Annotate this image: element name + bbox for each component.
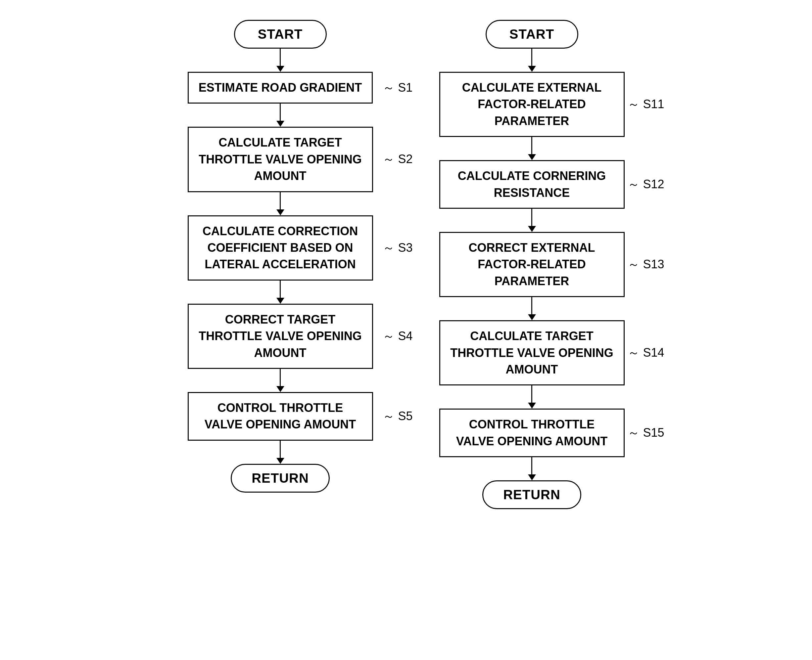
left-s2-node: CALCULATE TARGET THROTTLE VALVE OPENING … <box>188 127 373 192</box>
left-flowchart: START ESTIMATE ROAD GRADIENT ～ S1 CALCUL… <box>188 20 373 493</box>
left-return-node: RETURN <box>231 464 330 493</box>
arrow-head <box>528 474 536 480</box>
right-s12-node: CALCULATE CORNERING RESISTANCE <box>439 160 624 209</box>
left-s5-wrapper: CONTROL THROTTLE VALVE OPENING AMOUNT ～ … <box>188 392 373 441</box>
arrow-right-5 <box>528 457 536 480</box>
right-s14-wrapper: CALCULATE TARGET THROTTLE VALVE OPENING … <box>439 320 624 386</box>
arrow-head <box>276 298 284 304</box>
left-start-wrapper: START <box>234 20 327 49</box>
left-s4-label: ～ S4 <box>383 328 412 344</box>
arrow-line <box>531 137 532 154</box>
arrow-right-1 <box>528 137 536 160</box>
left-s1-label: ～ S1 <box>383 80 412 96</box>
arrow-line <box>531 386 532 403</box>
arrow-line <box>531 297 532 314</box>
arrow-line <box>280 192 281 209</box>
arrow-right-2 <box>528 209 536 232</box>
left-s4-node: CORRECT TARGET THROTTLE VALVE OPENING AM… <box>188 304 373 369</box>
right-s11-node: CALCULATE EXTERNAL FACTOR-RELATED PARAME… <box>439 72 624 137</box>
right-s14-label: ～ S14 <box>628 345 664 361</box>
left-start-node: START <box>234 20 327 49</box>
arrow-line <box>280 49 281 66</box>
right-flowchart: START CALCULATE EXTERNAL FACTOR-RELATED … <box>439 20 624 509</box>
arrow-head <box>528 66 536 72</box>
right-s13-node: CORRECT EXTERNAL FACTOR-RELATED PARAMETE… <box>439 232 624 297</box>
right-s11-wrapper: CALCULATE EXTERNAL FACTOR-RELATED PARAME… <box>439 72 624 137</box>
arrow-line <box>531 49 532 66</box>
right-return-node: RETURN <box>482 480 581 509</box>
right-s15-label: ～ S15 <box>628 425 664 441</box>
arrow-head <box>528 154 536 160</box>
arrow-line <box>280 103 281 121</box>
left-s1-node: ESTIMATE ROAD GRADIENT <box>188 72 373 103</box>
arrow-line <box>280 369 281 386</box>
arrow-left-5 <box>276 441 284 464</box>
left-s1-wrapper: ESTIMATE ROAD GRADIENT ～ S1 <box>188 72 373 103</box>
arrow-left-2 <box>276 192 284 215</box>
left-s3-node: CALCULATE CORRECTION COEFFICIENT BASED O… <box>188 215 373 281</box>
arrow-head <box>276 386 284 392</box>
left-s5-label: ～ S5 <box>383 408 412 424</box>
right-s13-label: ～ S13 <box>628 256 664 273</box>
arrow-left-4 <box>276 369 284 392</box>
left-s3-label: ～ S3 <box>383 240 412 256</box>
arrow-head <box>528 226 536 232</box>
right-s12-label: ～ S12 <box>628 176 664 192</box>
arrow-line <box>280 441 281 458</box>
right-s12-wrapper: CALCULATE CORNERING RESISTANCE ～ S12 <box>439 160 624 209</box>
left-return-wrapper: RETURN <box>231 464 330 493</box>
arrow-right-4 <box>528 386 536 409</box>
arrow-head <box>276 66 284 72</box>
left-s4-wrapper: CORRECT TARGET THROTTLE VALVE OPENING AM… <box>188 304 373 369</box>
arrow-line <box>531 209 532 226</box>
right-start-node: START <box>486 20 578 49</box>
left-s2-wrapper: CALCULATE TARGET THROTTLE VALVE OPENING … <box>188 127 373 192</box>
arrow-head <box>276 121 284 127</box>
right-return-wrapper: RETURN <box>482 480 581 509</box>
left-s3-wrapper: CALCULATE CORRECTION COEFFICIENT BASED O… <box>188 215 373 281</box>
left-s2-label: ～ S2 <box>383 151 412 167</box>
arrow-left-3 <box>276 281 284 304</box>
arrow-left-1 <box>276 103 284 127</box>
arrow-head <box>528 403 536 409</box>
left-s5-node: CONTROL THROTTLE VALVE OPENING AMOUNT <box>188 392 373 441</box>
arrow-head <box>528 314 536 320</box>
arrow-line <box>531 457 532 474</box>
diagram-container: START ESTIMATE ROAD GRADIENT ～ S1 CALCUL… <box>0 0 812 660</box>
right-s11-label: ～ S11 <box>628 96 664 113</box>
right-start-wrapper: START <box>486 20 578 49</box>
right-s13-wrapper: CORRECT EXTERNAL FACTOR-RELATED PARAMETE… <box>439 232 624 297</box>
arrow-head <box>276 458 284 464</box>
arrow-left-0 <box>276 49 284 72</box>
arrow-right-3 <box>528 297 536 320</box>
right-s15-wrapper: CONTROL THROTTLE VALVE OPENING AMOUNT ～ … <box>439 409 624 457</box>
arrow-head <box>276 209 284 215</box>
right-s14-node: CALCULATE TARGET THROTTLE VALVE OPENING … <box>439 320 624 386</box>
arrow-right-0 <box>528 49 536 72</box>
right-s15-node: CONTROL THROTTLE VALVE OPENING AMOUNT <box>439 409 624 457</box>
arrow-line <box>280 281 281 298</box>
